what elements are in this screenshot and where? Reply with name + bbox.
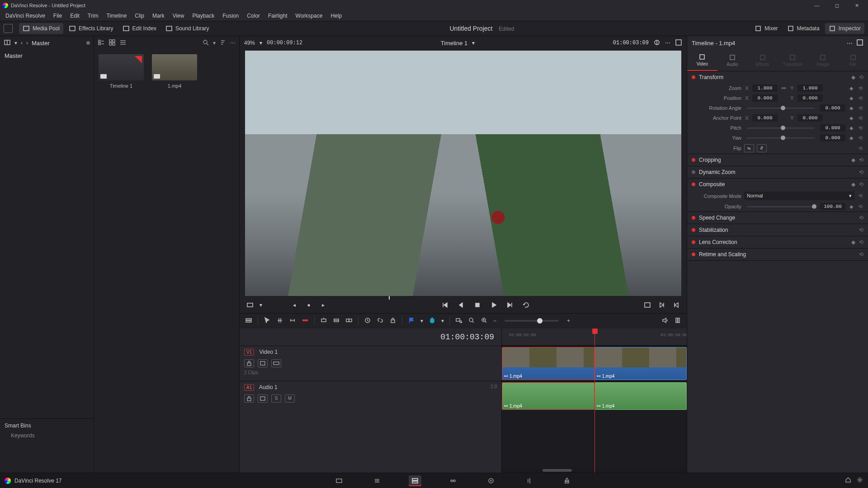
video-clip[interactable]: ⚯1.mp4	[502, 347, 594, 380]
thumbnail-view-icon[interactable]	[108, 39, 116, 47]
match-frame-icon[interactable]: ●	[304, 300, 314, 310]
opacity-input[interactable]: 100.00	[820, 203, 845, 210]
match-frame-next-icon[interactable]: ▸	[318, 300, 328, 310]
reset-icon[interactable]: ⟲	[859, 227, 863, 233]
link-icon[interactable]	[377, 317, 384, 325]
yaw-slider[interactable]	[747, 137, 815, 139]
reset-icon[interactable]: ⟲	[859, 181, 863, 188]
menu-view[interactable]: View	[169, 12, 188, 20]
section-stabilization[interactable]: Stabilization⟲	[687, 224, 868, 236]
reset-icon[interactable]: ⟲	[857, 85, 863, 91]
play-icon[interactable]	[489, 300, 499, 310]
zoom-x-input[interactable]: 1.000	[752, 84, 778, 92]
track-lock-icon[interactable]	[244, 359, 254, 367]
keyframe-icon[interactable]: ◆	[851, 74, 855, 80]
menu-timeline[interactable]: Timeline	[103, 12, 130, 20]
pitch-slider[interactable]	[747, 127, 815, 129]
keyframe-icon[interactable]: ◆	[848, 125, 854, 131]
reset-icon[interactable]: ⟲	[857, 105, 863, 111]
menu-color[interactable]: Color	[243, 12, 264, 20]
inspector-tab-video[interactable]: Video	[687, 50, 717, 71]
nav-back-icon[interactable]: ‹	[21, 40, 23, 46]
keyframe-icon[interactable]: ◆	[848, 115, 854, 121]
section-lens-correction[interactable]: Lens Correction◆⟲	[687, 236, 868, 249]
replace-clip-icon[interactable]	[345, 317, 353, 325]
page-deliver-icon[interactable]	[561, 475, 573, 486]
mute-button[interactable]: M	[285, 394, 295, 403]
keyframe-icon[interactable]: ◆	[851, 157, 855, 163]
expand-icon[interactable]	[856, 39, 863, 47]
section-enable-dot-icon[interactable]	[692, 183, 695, 186]
reset-icon[interactable]: ⟲	[857, 135, 863, 141]
blade-tool-icon[interactable]	[302, 317, 309, 325]
auto-select-icon[interactable]	[258, 359, 268, 367]
solo-button[interactable]: S	[271, 394, 281, 403]
timeline-timecode[interactable]: 01:00:03:09	[240, 328, 501, 346]
section-enable-dot-icon[interactable]	[692, 216, 695, 220]
menu-davinci-resolve[interactable]: DaVinci Resolve	[2, 12, 49, 20]
inspector-tab-audio[interactable]: Audio	[717, 50, 748, 71]
sort-icon[interactable]	[219, 39, 226, 47]
search-icon[interactable]	[202, 39, 209, 47]
auto-select-icon[interactable]	[258, 394, 268, 403]
menu-clip[interactable]: Clip	[131, 12, 148, 20]
metadata-view-icon[interactable]	[98, 39, 105, 47]
menu-help[interactable]: Help	[327, 12, 345, 20]
yaw-input[interactable]: 0.000	[820, 134, 845, 141]
viewer-mode-icon[interactable]	[245, 300, 255, 310]
reset-icon[interactable]: ⟲	[859, 239, 863, 245]
ws-metadata[interactable]: Metadata	[783, 23, 823, 34]
audio-clip[interactable]: ⚯1.mp4	[594, 382, 687, 410]
zoom-search-icon[interactable]	[455, 317, 462, 325]
section-cropping[interactable]: Cropping◆⟲	[687, 154, 868, 166]
ws-sound-library[interactable]: Sound Library	[162, 23, 213, 34]
stop-icon[interactable]	[472, 300, 482, 310]
zoom-custom-icon[interactable]	[481, 317, 488, 325]
page-cut-icon[interactable]	[371, 475, 383, 486]
page-color-icon[interactable]	[485, 475, 497, 486]
layout-toggle-icon[interactable]	[4, 24, 13, 33]
menu-fusion[interactable]: Fusion	[219, 12, 242, 20]
anchor-x-input[interactable]: 0.000	[752, 114, 778, 122]
flip-v-button[interactable]: ⇵	[757, 144, 767, 152]
clip-timeline-1[interactable]: Timeline 1	[99, 54, 144, 89]
reset-icon[interactable]: ⟲	[857, 115, 863, 121]
page-fairlight-icon[interactable]	[523, 475, 535, 486]
reset-icon[interactable]: ⟲	[857, 95, 863, 101]
section-enable-dot-icon[interactable]	[692, 75, 695, 79]
nav-forward-icon[interactable]: ›	[26, 40, 28, 46]
list-view-icon[interactable]	[119, 39, 127, 47]
lock-icon[interactable]	[389, 317, 396, 325]
playhead[interactable]	[594, 328, 595, 473]
bin-tree-root[interactable]: Master	[0, 50, 94, 62]
link-icon[interactable]: ⚯	[780, 85, 787, 91]
section-enable-dot-icon[interactable]	[692, 170, 695, 174]
menu-fairlight[interactable]: Fairlight	[264, 12, 291, 20]
marker-icon[interactable]	[429, 317, 436, 325]
selection-tool-icon[interactable]	[264, 317, 271, 325]
viewer-timeline-name[interactable]: Timeline 1	[441, 40, 467, 47]
viewer-zoom[interactable]: 49%	[244, 40, 255, 46]
video-track-tag[interactable]: V1	[244, 349, 254, 356]
reset-icon[interactable]: ⟲	[857, 204, 863, 210]
zoom-detail-icon[interactable]	[468, 317, 475, 325]
menu-mark[interactable]: Mark	[149, 12, 168, 20]
timeline-clips-area[interactable]: 01:00:02:0001:00:04:00 ⚯1.mp4⚯1.mp4 ⚯1.m…	[502, 328, 687, 473]
reset-icon[interactable]: ⟲	[857, 193, 863, 199]
home-icon[interactable]	[844, 476, 852, 485]
more-icon[interactable]: ⋯	[665, 40, 670, 46]
insert-clip-icon[interactable]	[320, 317, 327, 325]
audio-monitor-icon[interactable]	[661, 317, 669, 325]
reset-icon[interactable]: ⟲	[859, 169, 863, 175]
trim-tool-icon[interactable]	[276, 317, 283, 325]
ws-effects-library[interactable]: Effects Library	[65, 23, 117, 34]
reset-icon[interactable]: ⟲	[859, 251, 863, 258]
opacity-slider[interactable]	[747, 206, 815, 207]
reset-icon[interactable]: ⟲	[857, 125, 863, 131]
reset-icon[interactable]: ⟲	[859, 74, 863, 80]
section-speed-change[interactable]: Speed Change⟲	[687, 212, 868, 224]
menu-playback[interactable]: Playback	[189, 12, 218, 20]
audio-clip[interactable]: ⚯1.mp4	[502, 382, 594, 410]
window-minimize-button[interactable]: —	[808, 1, 826, 10]
window-maximize-button[interactable]: ◻	[828, 1, 845, 10]
